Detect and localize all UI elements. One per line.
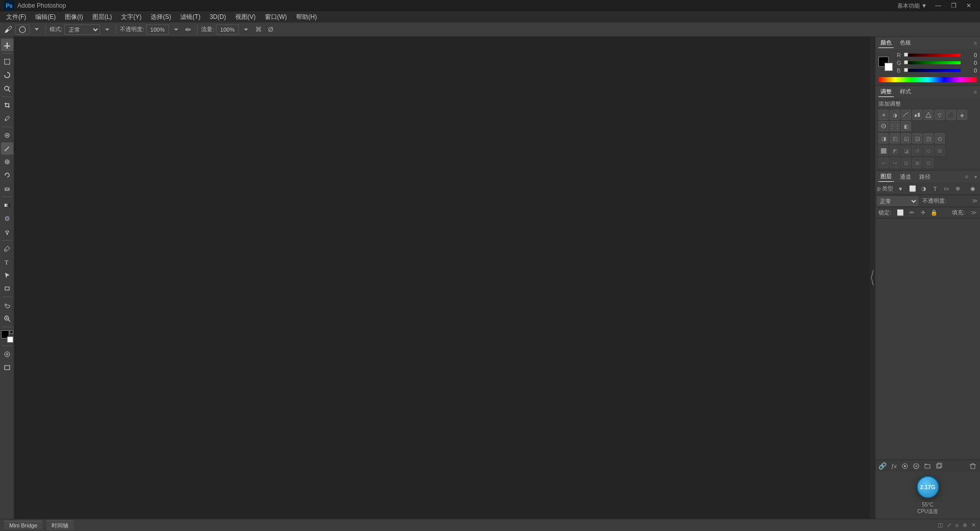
adj-btn-d2[interactable]: ◩ (890, 146, 900, 156)
close-button[interactable]: ✕ (962, 1, 976, 10)
blend-mode-select[interactable]: 正常 溶解 正片叠底 (64, 25, 100, 35)
g-thumb[interactable] (904, 60, 908, 64)
filter-text[interactable]: T (930, 184, 940, 194)
swap-colors-icon[interactable] (10, 330, 13, 334)
tool-history[interactable] (1, 169, 13, 181)
bg-color-toolbox[interactable] (7, 336, 13, 343)
adj-btn-channelmixer[interactable]: ⋮⋮ (890, 121, 900, 131)
maximize-button[interactable]: ❐ (946, 1, 961, 10)
opacity-dropdown[interactable] (171, 25, 181, 35)
fg-bg-swatches[interactable] (878, 57, 893, 71)
tool-eyedropper[interactable] (1, 112, 13, 125)
adj-btn-selective-color[interactable]: ◳ (923, 133, 934, 143)
layer-fx[interactable]: ƒx (889, 462, 899, 471)
menu-filter[interactable]: 滤镜(T) (176, 12, 204, 22)
menu-help[interactable]: 帮助(H) (292, 12, 321, 22)
flow-input[interactable] (216, 25, 239, 35)
menu-window[interactable]: 窗口(W) (261, 12, 291, 22)
layer-add-adjustment[interactable] (911, 462, 921, 471)
tool-eraser[interactable] (1, 182, 13, 195)
tool-marquee[interactable] (1, 56, 13, 68)
timeline-tab[interactable]: 时间轴 (46, 520, 74, 530)
tool-hand[interactable] (1, 299, 13, 311)
b-slider[interactable] (904, 68, 961, 73)
adj-btn-e2[interactable]: ↪ (890, 158, 900, 168)
minimize-button[interactable]: — (931, 1, 945, 10)
flow-dropdown[interactable] (241, 25, 251, 35)
tool-brush[interactable] (1, 142, 13, 155)
layers-filter-toggle[interactable]: ▼ (895, 184, 905, 194)
adj-btn-hsl[interactable]: ▽ (935, 110, 945, 120)
color-spectrum[interactable] (878, 77, 977, 82)
tool-zoom[interactable] (1, 312, 13, 325)
right-panel-collapse[interactable] (870, 37, 875, 519)
tab-adjustments[interactable]: 调整 (878, 87, 894, 97)
adj-btn-d5[interactable]: ⊙ (923, 146, 934, 156)
menu-file[interactable]: 文件(F) (2, 12, 30, 22)
tool-dodge[interactable] (1, 226, 13, 238)
adj-btn-curves[interactable] (901, 110, 911, 120)
lock-all[interactable]: 🔒 (929, 208, 939, 218)
tool-clone[interactable] (1, 156, 13, 168)
adj-btn-photofilter[interactable] (878, 121, 889, 131)
status-menu-icon[interactable]: ≡ (955, 522, 959, 528)
menu-view[interactable]: 视图(V) (231, 12, 260, 22)
layer-opacity-expand[interactable]: ≫ (972, 198, 978, 204)
brush-options-btn[interactable] (32, 25, 42, 35)
menu-edit[interactable]: 编辑(E) (31, 12, 60, 22)
tool-heal[interactable] (1, 129, 13, 141)
r-slider[interactable] (904, 53, 961, 57)
adj-btn-levels[interactable]: ◑ (890, 110, 900, 120)
adj-btn-brightness[interactable]: ☀ (878, 110, 889, 120)
adj-panel-header[interactable]: 调整 样式 ≡ (875, 86, 980, 98)
status-close-icon[interactable]: ✕ (971, 522, 976, 528)
layer-new[interactable] (934, 462, 944, 471)
menu-3d[interactable]: 3D(D) (206, 12, 230, 21)
tool-screen-mode[interactable] (1, 361, 13, 374)
tool-type[interactable]: T (1, 256, 13, 268)
tab-channels[interactable]: 通道 (898, 172, 913, 182)
mode-dropdown-icon[interactable] (102, 25, 112, 35)
filter-adjustment[interactable]: ◑ (919, 184, 929, 194)
tab-paths[interactable]: 路径 (917, 172, 933, 182)
tab-swatches[interactable]: 色板 (898, 38, 913, 48)
tool-crop[interactable] (1, 99, 13, 111)
status-view-icon[interactable]: ◫ (938, 522, 943, 528)
adj-btn-d6[interactable]: ⊞ (935, 146, 945, 156)
smoothing-toggle[interactable]: ⌘ (253, 25, 263, 35)
b-thumb[interactable] (904, 68, 908, 72)
tool-quickmask[interactable] (1, 348, 13, 360)
layer-group[interactable] (922, 462, 933, 471)
adj-btn-gradient-map[interactable]: ◲ (912, 133, 922, 143)
menu-select[interactable]: 选择(S) (146, 12, 175, 22)
adj-btn-e1[interactable]: ↩ (878, 158, 889, 168)
tool-path-select[interactable] (1, 269, 13, 281)
airbrush-toggle[interactable]: ✏ (183, 25, 193, 35)
layer-link[interactable]: 🔗 (877, 462, 888, 471)
layers-panel-collapse[interactable]: ▾ (974, 174, 977, 180)
lock-paint[interactable]: ✏ (906, 208, 917, 218)
menu-layer[interactable]: 图层(L) (88, 12, 116, 22)
adj-btn-bw[interactable]: ◈ (957, 110, 967, 120)
adj-btn-colorbalance[interactable]: ⬛ (946, 110, 956, 120)
adj-btn-e3[interactable]: ⊟ (901, 158, 911, 168)
tool-quick-select[interactable] (1, 82, 13, 94)
adj-btn-e4[interactable]: ⊠ (912, 158, 922, 168)
tool-lasso[interactable] (1, 69, 13, 81)
adj-btn-d3[interactable]: ◪ (901, 146, 911, 156)
adj-btn-colorlookup[interactable]: ◧ (901, 121, 911, 131)
adj-btn-d1[interactable]: ⬜ (878, 146, 889, 156)
tab-color[interactable]: 颜色 (878, 38, 894, 48)
color-panel-expand[interactable]: ≡ (974, 40, 977, 46)
lock-transparent[interactable]: ⬜ (895, 208, 905, 218)
layer-delete[interactable] (968, 462, 978, 471)
tool-gradient[interactable] (1, 199, 13, 211)
r-thumb[interactable] (904, 53, 908, 57)
tool-icon-brush[interactable]: 🖌 (3, 25, 13, 35)
pressure-toggle[interactable]: Ø (265, 25, 276, 35)
menu-image[interactable]: 图像(I) (61, 12, 87, 22)
brush-preset-picker[interactable] (15, 25, 30, 35)
mini-bridge-tab[interactable]: Mini Bridge (4, 521, 42, 529)
adj-panel-expand[interactable]: ≡ (974, 89, 977, 95)
adj-btn-vibrance[interactable] (923, 110, 934, 120)
